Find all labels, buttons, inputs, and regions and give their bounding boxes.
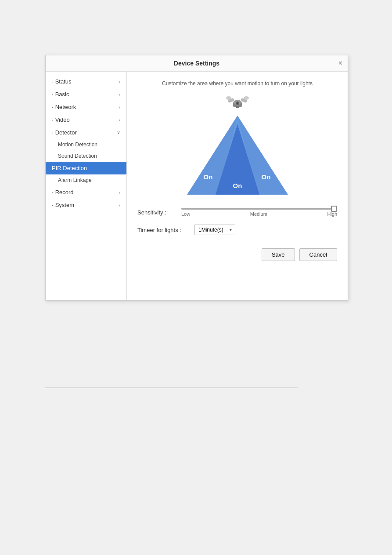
slider-track[interactable] [181,208,337,210]
svg-point-9 [244,96,249,100]
svg-text:On: On [233,182,242,189]
sidebar-label-record: Record [55,189,74,196]
sidebar-item-record[interactable]: · Record › [46,186,126,199]
bullet-network: · [52,104,54,110]
arrow-basic: › [119,92,120,97]
bullet-detector: · [52,129,54,136]
timer-select-wrapper: 30Seconds 1Minute(s) 2Minutes 5Minutes [194,225,235,235]
dialog-title-bar: Device Settings × [46,55,348,72]
sensitivity-row: Sensitivity : Low Medium High [137,208,337,217]
sidebar-label-alarm-linkage: Alarm Linkage [58,177,92,183]
page-wrapper: manualshive.com Device Settings × · Stat… [0,18,392,555]
bullet-video: · [52,116,54,123]
timer-row: Timeer for lights : 30Seconds 1Minute(s)… [137,225,337,235]
main-content: Customize the area where you want motion… [127,72,348,300]
sidebar-item-alarm-linkage[interactable]: Alarm Linkage [46,174,126,186]
slider-thumb[interactable] [331,206,337,212]
bullet-system: · [52,202,54,208]
slider-fill [181,208,337,210]
sidebar-item-motion-detection[interactable]: Motion Detection [46,139,126,150]
dialog-body: · Status › · Basic › · Network › · Video [46,72,348,300]
slider-medium-label: Medium [250,211,267,217]
bullet-basic: · [52,91,54,98]
subtitle: Customize the area where you want motion… [137,80,337,87]
camera-area: On On On [137,94,337,199]
timer-label: Timeer for lights : [137,227,190,233]
sidebar-item-detector[interactable]: · Detector ∨ [46,126,126,139]
sidebar-label-detector: Detector [55,129,77,136]
sidebar-label-video: Video [55,116,70,123]
device-settings-dialog: Device Settings × · Status › · Basic › · [45,55,348,301]
svg-point-8 [226,96,231,100]
sidebar-item-network[interactable]: · Network › [46,101,126,113]
buttons-row: Save Cancel [137,248,337,261]
camera-icon [224,94,251,111]
sidebar-item-status[interactable]: · Status › [46,75,126,88]
close-button[interactable]: × [338,60,342,67]
svg-text:On: On [261,173,270,181]
slider-wrapper: Low Medium High [181,208,337,217]
arrow-status: › [119,79,120,84]
sidebar-item-pir-detection[interactable]: PIR Detection [46,162,126,174]
sensitivity-label: Sensitivity : [137,209,177,216]
sidebar-label-basic: Basic [55,91,69,98]
arrow-detector: ∨ [117,130,120,135]
sidebar-label-motion-detection: Motion Detection [58,141,97,148]
sidebar-label-pir-detection: PIR Detection [52,165,87,171]
timer-select[interactable]: 30Seconds 1Minute(s) 2Minutes 5Minutes [194,225,235,235]
arrow-record: › [119,190,120,195]
sidebar: · Status › · Basic › · Network › · Video [46,72,127,300]
sidebar-item-video[interactable]: · Video › [46,113,126,126]
bullet-status: · [52,78,54,85]
slider-high-label: High [327,211,337,217]
svg-text:On: On [203,173,212,181]
arrow-system: › [119,203,120,208]
sidebar-label-network: Network [55,104,76,110]
bullet-record: · [52,189,54,196]
arrow-network: › [119,105,120,110]
sidebar-label-status: Status [55,78,72,85]
divider-line [45,388,298,388]
sidebar-label-sound-detection: Sound Detection [58,153,97,159]
slider-labels: Low Medium High [181,211,337,217]
sidebar-label-system: System [55,202,74,208]
cancel-button[interactable]: Cancel [299,248,337,261]
save-button[interactable]: Save [262,248,295,261]
slider-low-label: Low [181,211,190,217]
svg-rect-5 [236,106,239,108]
arrow-video: › [119,117,120,123]
sidebar-item-system[interactable]: · System › [46,199,126,211]
pir-detection-diagram: On On On [174,111,301,199]
dialog-title: Device Settings [174,60,219,67]
sidebar-item-sound-detection[interactable]: Sound Detection [46,150,126,162]
svg-point-4 [237,102,238,104]
sidebar-item-basic[interactable]: · Basic › [46,88,126,101]
